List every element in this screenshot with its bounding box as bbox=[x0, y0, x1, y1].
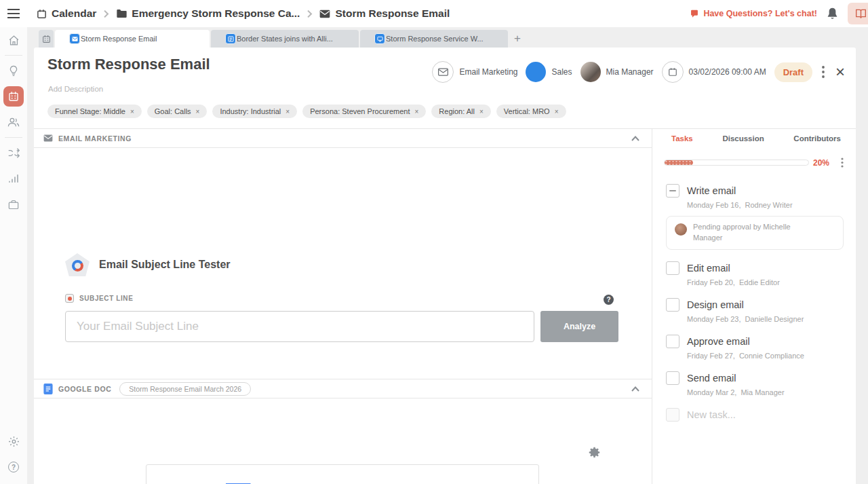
calendar-color-selector[interactable]: Sales bbox=[526, 62, 572, 82]
add-tab-button[interactable]: + bbox=[509, 30, 526, 48]
task-checkbox[interactable] bbox=[666, 335, 679, 348]
collapse-chevron-up-icon[interactable] bbox=[631, 136, 639, 141]
owner-selector[interactable]: Mia Manager bbox=[580, 62, 654, 82]
analyze-button[interactable]: Analyze bbox=[540, 311, 618, 342]
task-title[interactable]: Send email bbox=[687, 373, 736, 384]
chevron-right-icon bbox=[307, 10, 313, 18]
breadcrumb-label: Emergency Storm Response Ca... bbox=[132, 7, 300, 20]
task-checkbox[interactable] bbox=[666, 371, 679, 385]
tasks-panel-tabs: Tasks Discussion Contributors bbox=[652, 129, 856, 143]
tasks-kebab-icon[interactable] bbox=[838, 156, 846, 169]
nav-work-icon[interactable] bbox=[0, 191, 27, 217]
tab-tasks[interactable]: Tasks bbox=[671, 134, 693, 143]
tag-pill[interactable]: Region: All× bbox=[431, 105, 490, 118]
task-item: Send email Monday Mar 2, Mia Manager bbox=[666, 371, 846, 396]
envelope-icon bbox=[432, 61, 454, 83]
chat-link[interactable]: Have Questions? Let's chat! bbox=[690, 9, 817, 18]
content-column: EMAIL MARKETING Email Subject Line Teste… bbox=[34, 129, 652, 484]
task-assignee: Rodney Writer bbox=[745, 201, 793, 209]
notifications-bell-icon[interactable] bbox=[827, 7, 838, 20]
nav-calendar-icon[interactable] bbox=[0, 83, 27, 109]
task-title[interactable]: Design email bbox=[687, 299, 744, 310]
help-icon[interactable]: ? bbox=[604, 295, 614, 305]
field-label: SUBJECT LINE bbox=[79, 295, 133, 302]
task-meta: Monday Feb 16, Rodney Writer bbox=[687, 201, 846, 209]
nav-home-icon[interactable] bbox=[0, 27, 27, 53]
headline-tester-logo-icon bbox=[65, 253, 90, 276]
task-assignee: Mia Manager bbox=[741, 388, 784, 396]
subject-line-input[interactable] bbox=[65, 311, 534, 342]
knowledge-base-book-icon[interactable] bbox=[848, 3, 868, 24]
schedule-selector[interactable]: 03/02/2026 09:00 AM bbox=[662, 61, 766, 83]
content-type-selector[interactable]: Email Marketing bbox=[432, 61, 517, 83]
tag-pill[interactable]: Industry: Industrial× bbox=[212, 105, 297, 118]
task-progress-row: 20% bbox=[664, 156, 846, 169]
google-doc-section-header[interactable]: GOOGLE DOC Storm Response Email March 20… bbox=[34, 379, 652, 398]
tab-storm-response-service[interactable]: Storm Response Service W... bbox=[360, 30, 508, 48]
tag-remove-icon[interactable]: × bbox=[196, 108, 200, 115]
calendar-tab[interactable] bbox=[39, 30, 54, 48]
nav-automation-icon[interactable] bbox=[0, 140, 27, 166]
more-options-kebab-icon[interactable] bbox=[821, 64, 826, 79]
new-task-placeholder[interactable]: New task... bbox=[687, 409, 736, 420]
task-checkbox[interactable] bbox=[666, 261, 679, 275]
divider bbox=[5, 137, 22, 138]
close-icon[interactable]: × bbox=[835, 64, 845, 80]
left-nav-rail: ? bbox=[0, 27, 27, 484]
tag-remove-icon[interactable]: × bbox=[479, 108, 484, 115]
task-meta: Monday Mar 2, Mia Manager bbox=[687, 388, 846, 396]
breadcrumb-email[interactable]: Storm Response Email bbox=[319, 7, 450, 20]
task-title[interactable]: Write email bbox=[687, 185, 736, 196]
progress-fill bbox=[665, 160, 693, 165]
envelope-icon bbox=[43, 134, 53, 142]
doc-settings-gear-icon[interactable] bbox=[589, 447, 600, 458]
project-panel: Storm Response Email Add Description Ema… bbox=[34, 48, 856, 484]
calendar-icon bbox=[37, 9, 47, 19]
task-checkbox[interactable] bbox=[666, 298, 679, 312]
tab-label: Border States joins with Alli... bbox=[237, 35, 333, 43]
email-badge-icon bbox=[69, 33, 80, 44]
task-item: Design email Monday Feb 23, Danielle Des… bbox=[666, 298, 846, 323]
google-doc-icon bbox=[43, 384, 53, 394]
new-task-row[interactable]: New task... bbox=[666, 408, 846, 422]
breadcrumb-label: Calendar bbox=[52, 7, 96, 20]
tag-pill[interactable]: Persona: Steven Procurement× bbox=[302, 105, 426, 118]
section-title: EMAIL MARKETING bbox=[58, 134, 132, 143]
tag-pill[interactable]: Goal: Calls× bbox=[147, 105, 208, 118]
tab-discussion[interactable]: Discussion bbox=[722, 134, 764, 143]
task-title[interactable]: Approve email bbox=[687, 336, 750, 347]
email-marketing-section-header[interactable]: EMAIL MARKETING bbox=[34, 129, 652, 148]
breadcrumb-campaign[interactable]: Emergency Storm Response Ca... bbox=[116, 7, 300, 20]
task-meta: Friday Feb 20, Eddie Editor bbox=[687, 278, 846, 286]
tag-remove-icon[interactable]: × bbox=[415, 108, 419, 115]
tab-storm-response-email[interactable]: Storm Response Email bbox=[55, 30, 210, 48]
hamburger-menu-icon[interactable] bbox=[0, 0, 27, 27]
progress-percent: 20% bbox=[813, 158, 829, 168]
task-item: Write email Monday Feb 16, Rodney Writer… bbox=[666, 184, 846, 250]
top-bar: Calendar Emergency Storm Response Ca... … bbox=[0, 0, 868, 27]
status-badge[interactable]: Draft bbox=[774, 62, 812, 82]
help-icon[interactable]: ? bbox=[0, 454, 27, 480]
task-checkbox-indeterminate[interactable] bbox=[666, 184, 679, 198]
nav-analytics-icon[interactable] bbox=[0, 166, 27, 191]
task-item: Edit email Friday Feb 20, Eddie Editor bbox=[666, 261, 846, 286]
nav-ideas-icon[interactable] bbox=[0, 58, 27, 83]
tab-border-states[interactable]: Border States joins with Alli... bbox=[211, 30, 359, 48]
task-title[interactable]: Edit email bbox=[687, 263, 730, 274]
nav-team-icon[interactable] bbox=[0, 109, 27, 135]
tab-contributors[interactable]: Contributors bbox=[793, 134, 841, 143]
owner-label: Mia Manager bbox=[606, 67, 654, 77]
breadcrumb-calendar[interactable]: Calendar bbox=[37, 7, 96, 20]
settings-gear-icon[interactable] bbox=[0, 428, 27, 454]
description-placeholder[interactable]: Add Description bbox=[48, 85, 103, 93]
tag-remove-icon[interactable]: × bbox=[555, 108, 559, 115]
page-title[interactable]: Storm Response Email bbox=[47, 56, 210, 73]
tag-pill[interactable]: Vertical: MRO× bbox=[496, 105, 566, 118]
doc-name-pill[interactable]: Storm Response Email March 2026 bbox=[119, 382, 251, 396]
collapse-chevron-up-icon[interactable] bbox=[631, 386, 639, 392]
content-tab-strip: Storm Response Email Border States joins… bbox=[39, 30, 526, 48]
tag-remove-icon[interactable]: × bbox=[130, 108, 134, 115]
tag-remove-icon[interactable]: × bbox=[285, 108, 290, 115]
approval-note: Pending approval by Michelle Manager bbox=[693, 222, 822, 244]
tag-pill[interactable]: Funnel Stage: Middle× bbox=[47, 105, 142, 118]
